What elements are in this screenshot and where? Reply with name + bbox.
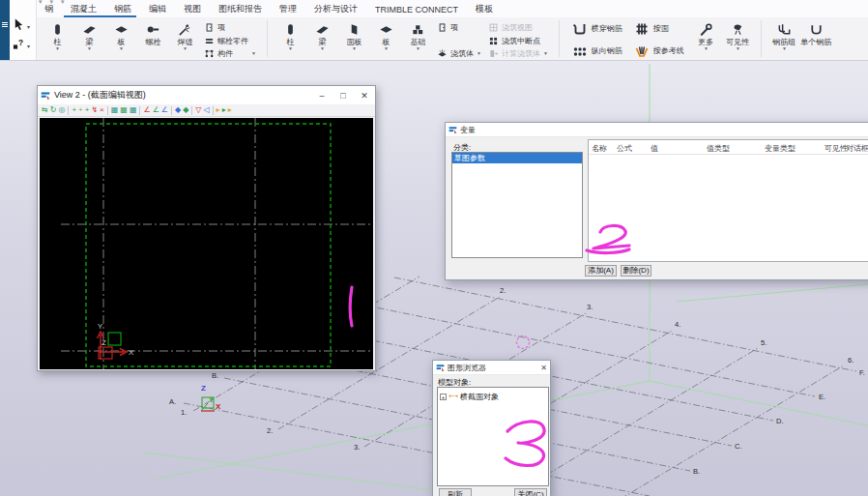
- ribbon-button-项[interactable]: 项: [437, 21, 474, 34]
- tab-9[interactable]: TRIMBLE CONNECT: [366, 5, 467, 15]
- column-header[interactable]: 变量类型: [765, 143, 796, 154]
- view-tool-icon[interactable]: ◎: [58, 105, 65, 115]
- ribbon-button-更多[interactable]: 更多 ▼: [691, 17, 721, 60]
- pointer-tool[interactable]: ▾: [13, 17, 30, 35]
- cursor-icon[interactable]: [13, 17, 25, 35]
- toolbar-divider: [68, 106, 69, 115]
- view-tool-icon[interactable]: ▦: [111, 105, 119, 115]
- close-icon[interactable]: ✕: [540, 364, 547, 372]
- tab-7[interactable]: 管理: [271, 3, 305, 15]
- wrench-icon: [699, 20, 713, 38]
- expand-icon[interactable]: +: [440, 394, 447, 400]
- column-header[interactable]: 名称: [592, 143, 607, 154]
- ribbon-button-螺栓[interactable]: 螺栓: [138, 17, 168, 60]
- maximize-button[interactable]: □: [333, 87, 354, 104]
- view-tool-icon[interactable]: ▸: [222, 105, 226, 115]
- ribbon-button-焊缝[interactable]: 焊缝 ▼: [170, 17, 200, 60]
- ribbon-button-按参考线[interactable]: 按参考线: [634, 42, 684, 60]
- ribbon-button-板[interactable]: 板 ▼: [371, 17, 401, 60]
- column-header[interactable]: 可见性: [825, 143, 848, 154]
- column-header[interactable]: 公式: [617, 143, 632, 154]
- tab-6[interactable]: 图纸和报告: [210, 3, 271, 15]
- close-button[interactable]: ✕: [354, 87, 375, 104]
- view-tool-icon[interactable]: ⇆: [42, 105, 48, 115]
- model-objects-tree[interactable]: + ⟷ 横截面对象: [437, 387, 549, 486]
- tab-10[interactable]: 模板: [467, 3, 502, 15]
- tab-1[interactable]: 钢: [36, 3, 62, 15]
- column-header[interactable]: 值: [651, 143, 658, 154]
- ribbon-button-可见性[interactable]: 可见性 ▼: [723, 17, 753, 60]
- ribbon-button-梁[interactable]: 梁 ▼: [74, 17, 104, 60]
- view-tool-icon[interactable]: ◆: [175, 105, 181, 115]
- ribbon-stack: 项 浇筑体▼: [437, 17, 482, 60]
- close-dialog-button[interactable]: 关闭(C): [514, 488, 547, 496]
- chevron-down-icon: ▼: [416, 46, 420, 51]
- tab-4[interactable]: 编辑: [140, 3, 175, 15]
- column-header[interactable]: 对话框中的提示: [846, 143, 868, 154]
- chevron-down-icon[interactable]: ▾: [27, 43, 30, 49]
- ribbon-stack: 横穿钢筋 纵向钢筋: [572, 17, 622, 60]
- ribbon-button-螺栓零件[interactable]: 螺栓零件: [204, 35, 248, 47]
- ribbon-button-横穿钢筋[interactable]: 横穿钢筋: [572, 19, 622, 38]
- view-tool-icon[interactable]: ▽: [195, 105, 201, 115]
- ribbon-button-项[interactable]: 项: [204, 21, 248, 34]
- ribbon-button-按面[interactable]: 按面: [634, 19, 684, 38]
- ribbon-button-板[interactable]: 板 ▼: [106, 17, 136, 60]
- view-tool-icon[interactable]: ▦: [120, 105, 128, 115]
- view-tool-icon[interactable]: ×: [100, 105, 104, 115]
- select-question-icon[interactable]: ?: [13, 37, 25, 54]
- rebar-group-icon: [777, 20, 792, 38]
- chevron-down-icon[interactable]: ▼: [543, 50, 548, 56]
- group-divider: [267, 20, 268, 57]
- ribbon-button-柱[interactable]: 柱 ▼: [43, 17, 72, 60]
- chevron-down-icon[interactable]: ▾: [27, 23, 30, 30]
- view-tool-icon[interactable]: +: [85, 105, 90, 115]
- ribbon-button-柱[interactable]: 柱 ▼: [275, 17, 305, 60]
- ribbon-button-构件[interactable]: 构件: [204, 47, 248, 60]
- ribbon-button-计算浇筑体: 计算浇筑体: [488, 47, 540, 60]
- ribbon-button-钢筋组[interactable]: 钢筋组 ▼: [769, 17, 799, 60]
- ribbon-button-单个钢筋[interactable]: 单个钢筋: [801, 17, 831, 60]
- chevron-down-icon[interactable]: ▼: [477, 50, 481, 56]
- category-listbox[interactable]: 草图参数: [451, 152, 583, 258]
- view-tool-icon[interactable]: ◁: [203, 105, 209, 115]
- view-tool-icon[interactable]: +: [78, 105, 83, 115]
- ribbon-button-梁[interactable]: 梁 ▼: [307, 17, 337, 60]
- side-menu-strip[interactable]: [0, 0, 10, 60]
- view-tool-icon[interactable]: ◆: [183, 105, 188, 115]
- tree-item[interactable]: + ⟷ 横截面对象: [440, 391, 548, 402]
- tab-2[interactable]: 混凝土: [62, 3, 105, 15]
- ribbon-button-纵向钢筋[interactable]: 纵向钢筋: [572, 42, 622, 60]
- view-tool-icon[interactable]: +: [72, 105, 76, 115]
- minimize-button[interactable]: –: [311, 87, 333, 104]
- tab-3[interactable]: 钢筋: [105, 3, 140, 15]
- view-tool-icon[interactable]: ∠: [143, 105, 150, 115]
- view2-viewport[interactable]: YZX: [40, 118, 373, 369]
- ribbon-button-基础[interactable]: 基础 ▼: [403, 17, 433, 60]
- view-tool-icon[interactable]: ↻: [50, 105, 57, 115]
- view-tool-icon[interactable]: ▸: [228, 105, 232, 115]
- view-tool-icon[interactable]: ↯: [91, 105, 98, 115]
- view-tool-icon[interactable]: ▸: [217, 105, 220, 115]
- select-filter-tool[interactable]: ? ▾: [13, 37, 30, 54]
- hamburger-icon[interactable]: [2, 21, 8, 28]
- delete-button[interactable]: 删除(D): [621, 265, 651, 277]
- category-item[interactable]: 草图参数: [452, 153, 582, 163]
- view-tool-icon[interactable]: ∠: [153, 105, 159, 115]
- chevron-down-icon[interactable]: ▼: [251, 50, 256, 56]
- view-tool-icon[interactable]: ∠: [161, 105, 168, 115]
- browser-dialog-title: 图形浏览器: [448, 363, 486, 373]
- column-header[interactable]: 值类型: [707, 143, 730, 154]
- variables-dialog-titlebar[interactable]: 变量: [446, 123, 868, 137]
- add-button[interactable]: 添加(A): [585, 265, 617, 277]
- ribbon-button-面板[interactable]: 面板 ▼: [339, 17, 369, 60]
- ribbon-button-浇筑体[interactable]: 浇筑体: [437, 47, 474, 60]
- browser-dialog-titlebar[interactable]: 图形浏览器 ✕: [433, 361, 550, 375]
- ribbon-button-浇筑中断点[interactable]: 浇筑中断点: [488, 35, 540, 47]
- refresh-button[interactable]: 刷新: [439, 488, 472, 496]
- variables-table[interactable]: 名称公式值值类型变量类型可见性对话框中的提示: [588, 139, 868, 262]
- tab-8[interactable]: 分析与设计: [305, 3, 366, 15]
- tab-5[interactable]: 视图: [175, 3, 210, 15]
- view2-titlebar[interactable]: View 2 - (截面编辑视图) – □ ✕: [38, 86, 375, 105]
- view-tool-icon[interactable]: ▦: [130, 105, 137, 115]
